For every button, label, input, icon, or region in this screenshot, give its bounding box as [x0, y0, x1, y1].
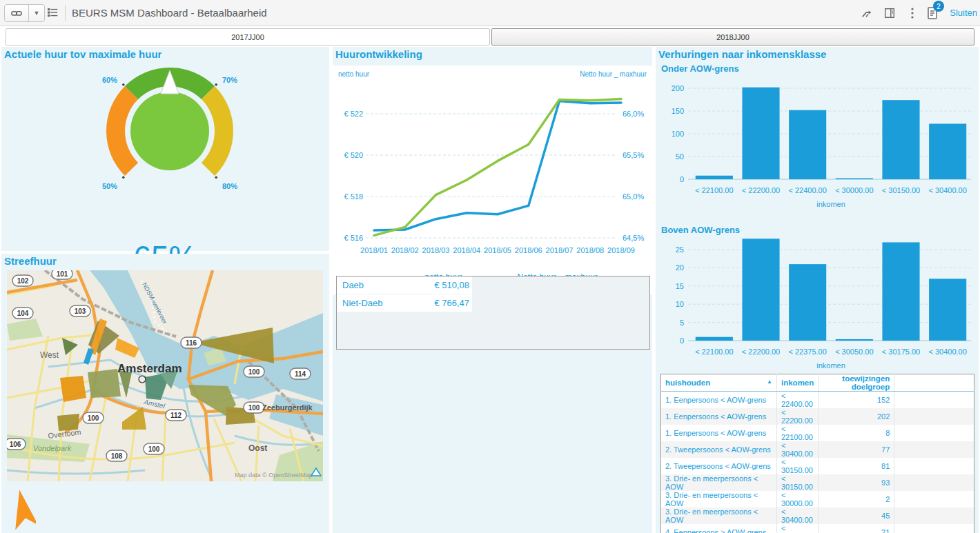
bar[interactable]	[696, 337, 733, 341]
svg-text:20: 20	[676, 263, 684, 272]
tab-2018jj00[interactable]: 2018JJ00	[491, 28, 974, 46]
line-chart-box: netto huur Netto huur _ maxhuur € 516€ 5…	[333, 66, 652, 294]
table-row[interactable]: 2. Tweepersoons < AOW-grens< 30150.0081	[661, 458, 974, 474]
map-label-oost: Oost	[248, 443, 267, 453]
huur-summary-value: € 766,47	[417, 298, 472, 308]
svg-text:< 22400.00: < 22400.00	[788, 186, 826, 194]
svg-text:5: 5	[680, 319, 684, 327]
svg-text:€ 522: € 522	[344, 110, 363, 118]
table-row[interactable]: 1. Eenpersoons < AOW-grens< 22200.00202	[661, 408, 974, 425]
svg-text:150: 150	[672, 107, 684, 115]
bar[interactable]	[929, 123, 966, 179]
top-toolbar: ▼ BEURS MSM Dashboard - Betaalbaarheid 2…	[0, 0, 980, 26]
svg-text:15: 15	[676, 282, 684, 290]
table-cell: 202	[819, 408, 894, 425]
tab-2017jj00[interactable]: 2017JJ00	[6, 28, 490, 46]
svg-text:< 30400.00: < 30400.00	[928, 348, 966, 356]
link-button[interactable]	[4, 4, 29, 22]
table-row[interactable]: 3. Drie- en meerpersoons < AOW< 30000.00…	[661, 491, 974, 507]
table-cell	[894, 408, 974, 425]
map-label-zeeburgerdijk: Zeeburgerdijk	[262, 403, 313, 412]
table-cell: 2. Tweepersoons < AOW-grens	[661, 441, 777, 458]
table-cell: < 22200.00	[777, 408, 819, 425]
svg-text:< 30175.00: < 30175.00	[882, 348, 920, 356]
bar[interactable]	[789, 110, 826, 179]
table-cell	[894, 392, 974, 409]
svg-text:64,5%: 64,5%	[623, 234, 644, 242]
map-panel: Streefhuur	[1, 254, 329, 533]
streefhuur-map[interactable]: 101102103104116100114100112100100108106 …	[7, 270, 323, 481]
svg-text:100: 100	[248, 404, 260, 412]
table-cell: < 22100.00	[777, 425, 819, 441]
road-shield: 100	[144, 443, 164, 454]
bar[interactable]	[929, 279, 966, 341]
gauge-dot-70	[215, 83, 217, 86]
table-row[interactable]: 4. Eenpersoons > AOW-grens< 22375.0021	[661, 524, 974, 533]
col-huishouden[interactable]: huishouden▲	[661, 374, 777, 392]
svg-text:25: 25	[676, 245, 684, 254]
right-axis-title: Netto huur _ maxhuur	[580, 70, 647, 78]
gauge-panel-title: Actuele huur tov maximale huur	[4, 48, 161, 60]
col-blank[interactable]	[894, 374, 974, 392]
svg-text:< 30400.00: < 30400.00	[928, 186, 966, 194]
notification-badge: 2	[933, 1, 944, 12]
table-row[interactable]: 1. Eenpersoons < AOW-grens< 22100.008	[661, 425, 974, 441]
road-shield: 100	[244, 402, 264, 413]
gauge-dot-80	[215, 176, 217, 179]
side-panel-icon[interactable]	[883, 7, 896, 19]
more-menu-icon[interactable]	[910, 6, 914, 20]
route-fork-icon[interactable]	[861, 7, 873, 19]
gauge-chart: 60% 70% 50% 80%	[3, 62, 329, 208]
bar[interactable]	[742, 88, 779, 179]
bar[interactable]	[882, 100, 919, 179]
bar-xaxis-label: inkomen	[816, 200, 845, 208]
line-chart: netto huur Netto huur _ maxhuur € 516€ 5…	[333, 66, 652, 272]
table-cell: < 30150.00	[777, 474, 819, 491]
table-row[interactable]: 2. Tweepersoons < AOW-grens< 30400.0077	[661, 441, 974, 458]
huur-summary-name: Niet-Daeb	[337, 298, 417, 308]
table-cell: < 22375.00	[777, 524, 819, 533]
road-shield: 102	[12, 275, 33, 286]
bar-xaxis-label: inkomen	[816, 361, 845, 370]
table-cell: 2	[819, 491, 894, 507]
gauge-dot-60	[122, 83, 125, 86]
svg-text:200: 200	[672, 84, 684, 92]
svg-text:2018/09: 2018/09	[607, 246, 635, 254]
gauge-label-50: 50%	[102, 182, 117, 190]
svg-text:0: 0	[680, 336, 684, 345]
bar[interactable]	[836, 179, 873, 180]
svg-text:101: 101	[57, 270, 68, 278]
svg-text:10: 10	[676, 300, 684, 308]
svg-text:< 22200.00: < 22200.00	[742, 348, 780, 356]
huur-summary-row[interactable]: Daeb€ 510,08	[337, 276, 472, 294]
close-link[interactable]: Sluiten	[950, 8, 977, 18]
road-shield: 100	[244, 366, 264, 377]
bar[interactable]	[789, 264, 826, 341]
table-row[interactable]: 1. Eenpersoons < AOW-grens< 22400.00152	[661, 392, 974, 409]
map-attribution: Map data © OpenStreetMap	[235, 472, 313, 479]
table-cell	[894, 524, 974, 533]
svg-text:€ 516: € 516	[344, 234, 363, 242]
outline-list-icon[interactable]	[47, 7, 59, 19]
svg-text:65,5%: 65,5%	[623, 151, 644, 159]
bar[interactable]	[836, 339, 873, 341]
bar[interactable]	[696, 176, 733, 179]
table-row[interactable]: 3. Drie- en meerpersoons < AOW< 30400.00…	[661, 507, 974, 524]
svg-text:< 22100.00: < 22100.00	[695, 186, 733, 194]
table-row[interactable]: 3. Drie- en meerpersoons < AOW< 30150.00…	[661, 474, 974, 491]
svg-text:< 22375.00: < 22375.00	[788, 348, 826, 356]
bar[interactable]	[882, 242, 919, 341]
link-icon	[10, 7, 23, 19]
col-toewijzingen[interactable]: toewijzingen doelgroep	[819, 374, 894, 392]
svg-text:€ 520: € 520	[344, 151, 363, 159]
bar[interactable]	[742, 239, 779, 341]
svg-text:112: 112	[170, 412, 182, 419]
income-panel-title: Verhuringen naar inkomensklasse	[658, 48, 826, 60]
col-inkomen[interactable]: inkomen	[777, 374, 819, 392]
report-document-icon[interactable]: 2	[927, 6, 939, 20]
income-panel: Verhuringen naar inkomensklasse Onder AO…	[656, 47, 979, 533]
link-dropdown-button[interactable]: ▼	[28, 4, 45, 22]
left-axis-title: netto huur	[338, 70, 370, 78]
onder-aow-title: Onder AOW-grens	[661, 63, 739, 74]
huur-summary-row[interactable]: Niet-Daeb€ 766,47	[337, 294, 472, 312]
